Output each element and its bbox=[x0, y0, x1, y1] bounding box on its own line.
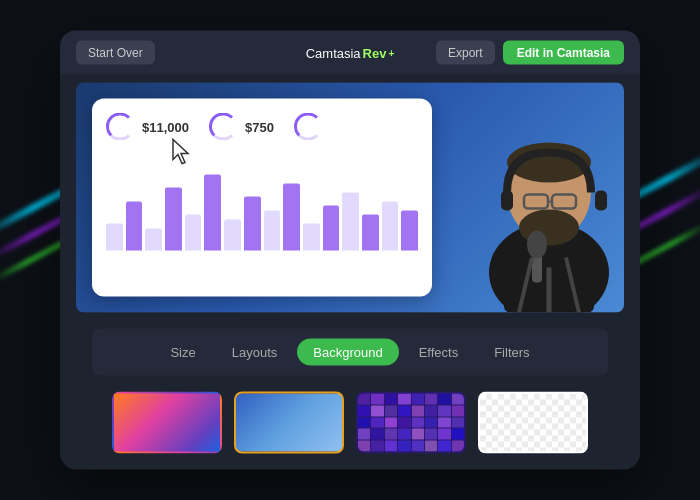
start-over-button[interactable]: Start Over bbox=[76, 41, 155, 65]
cursor-icon bbox=[171, 138, 195, 168]
toolbar: Size Layouts Background Effects Filters bbox=[92, 329, 608, 376]
title-bar-right: Export Edit in Camtasia bbox=[436, 41, 624, 65]
checkerboard-pattern bbox=[480, 394, 586, 452]
dashboard-metrics: $11,000 $750 bbox=[106, 113, 418, 141]
title-bar-center: Camtasia Rev + bbox=[306, 45, 395, 60]
bar-6 bbox=[204, 174, 221, 251]
bar-13 bbox=[342, 192, 359, 251]
svg-rect-10 bbox=[501, 191, 513, 211]
bar-7 bbox=[224, 219, 241, 251]
dashboard-card: $11,000 $750 bbox=[92, 99, 432, 297]
tab-filters[interactable]: Filters bbox=[478, 339, 545, 366]
metric-item-2: $750 bbox=[209, 113, 274, 141]
app-title-camtasia: Camtasia bbox=[306, 45, 361, 60]
metric-value-2: $750 bbox=[245, 119, 274, 134]
edit-in-camtasia-button[interactable]: Edit in Camtasia bbox=[503, 41, 624, 65]
bar-4 bbox=[165, 188, 182, 251]
metric-value-1: $11,000 bbox=[142, 119, 189, 134]
bar-14 bbox=[362, 215, 379, 251]
metric-item-3 bbox=[294, 113, 322, 141]
bar-5 bbox=[185, 215, 202, 251]
bg-option-blue-gradient[interactable] bbox=[234, 392, 344, 454]
app-title-plus: + bbox=[388, 47, 394, 58]
app-title-rev: Rev bbox=[363, 45, 387, 60]
metric-circle-3 bbox=[294, 113, 322, 141]
bg-option-transparent[interactable] bbox=[478, 392, 588, 454]
svg-rect-11 bbox=[595, 191, 607, 211]
tab-effects[interactable]: Effects bbox=[403, 339, 475, 366]
background-options bbox=[60, 380, 640, 470]
title-bar: Start Over Camtasia Rev + Export Edit in… bbox=[60, 31, 640, 75]
metric-circle-1 bbox=[106, 113, 134, 141]
toolbar-container: Size Layouts Background Effects Filters bbox=[60, 321, 640, 380]
bar-1 bbox=[106, 224, 123, 251]
app-window: Start Over Camtasia Rev + Export Edit in… bbox=[60, 31, 640, 470]
preview-area: $11,000 $750 bbox=[76, 83, 624, 313]
bar-2 bbox=[126, 201, 143, 251]
tab-layouts[interactable]: Layouts bbox=[216, 339, 294, 366]
person-silhouette bbox=[384, 83, 624, 313]
tab-background[interactable]: Background bbox=[297, 339, 398, 366]
bar-10 bbox=[283, 183, 300, 251]
pixel-grid bbox=[358, 394, 464, 452]
bar-9 bbox=[264, 210, 281, 251]
tab-size[interactable]: Size bbox=[154, 339, 211, 366]
bg-option-pixel-purple[interactable] bbox=[356, 392, 466, 454]
bar-12 bbox=[323, 206, 340, 251]
title-bar-left: Start Over bbox=[76, 41, 155, 65]
chart-bars bbox=[106, 151, 418, 251]
export-button[interactable]: Export bbox=[436, 41, 495, 65]
bg-option-warm-gradient[interactable] bbox=[112, 392, 222, 454]
bar-8 bbox=[244, 197, 261, 251]
svg-point-9 bbox=[527, 231, 547, 259]
metric-circle-2 bbox=[209, 113, 237, 141]
bar-11 bbox=[303, 224, 320, 251]
bar-3 bbox=[145, 228, 162, 251]
metric-item-1: $11,000 bbox=[106, 113, 189, 141]
